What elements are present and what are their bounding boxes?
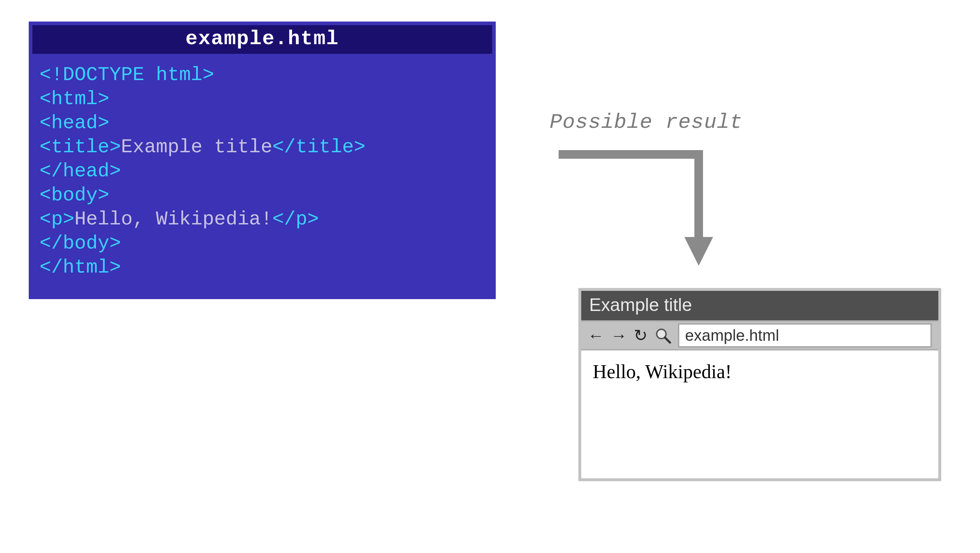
code-tag-p-close: </p> xyxy=(272,208,319,230)
code-line-html-close: </html> xyxy=(40,256,121,278)
svg-marker-0 xyxy=(684,237,713,266)
code-line-doctype: <!DOCTYPE html> xyxy=(40,64,214,86)
arrow-icon xyxy=(555,147,724,269)
code-text-title: Example title xyxy=(121,136,272,158)
back-icon[interactable]: ← xyxy=(588,327,604,344)
code-editor-panel: example.html <!DOCTYPE html> <html> <hea… xyxy=(29,22,496,299)
code-tag-title-open: <title> xyxy=(40,136,121,158)
code-text-p: Hello, Wikipedia! xyxy=(74,208,272,230)
code-line-head-close: </head> xyxy=(40,160,121,182)
search-icon[interactable] xyxy=(654,327,671,344)
browser-toolbar: ← → ↻ example.html xyxy=(581,320,938,349)
code-tag-p-open: <p> xyxy=(40,208,74,230)
code-line-head-open: <head> xyxy=(40,112,109,134)
code-filename: example.html xyxy=(32,25,492,54)
address-bar[interactable]: example.html xyxy=(678,323,932,348)
code-body: <!DOCTYPE html> <html> <head> <title>Exa… xyxy=(31,54,493,297)
code-line-body-open: <body> xyxy=(40,184,109,206)
page-text: Hello, Wikipedia! xyxy=(593,361,732,383)
browser-titlebar: Example title xyxy=(581,291,938,320)
result-caption: Possible result xyxy=(550,111,743,134)
browser-content: Hello, Wikipedia! xyxy=(581,349,938,478)
code-tag-title-close: </title> xyxy=(272,136,365,158)
svg-line-2 xyxy=(665,338,670,343)
browser-window: Example title ← → ↻ example.html Hello, … xyxy=(578,288,941,481)
forward-icon[interactable]: → xyxy=(611,327,627,344)
reload-icon[interactable]: ↻ xyxy=(634,327,648,344)
code-line-body-close: </body> xyxy=(40,232,121,254)
address-text: example.html xyxy=(685,326,779,344)
code-line-html-open: <html> xyxy=(40,88,109,110)
